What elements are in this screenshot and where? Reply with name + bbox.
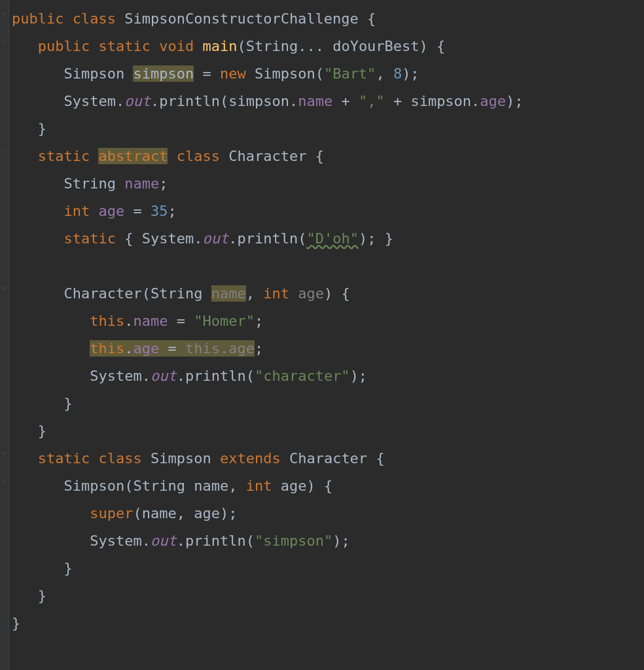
field-declaration: name — [124, 175, 159, 192]
dot: . — [194, 230, 202, 247]
method-call: println — [159, 93, 220, 109]
semicolon: ; — [255, 313, 263, 329]
field-access: age — [133, 340, 159, 357]
parameter: age — [281, 478, 307, 494]
comma: , — [228, 478, 246, 494]
string-literal: "Homer" — [194, 313, 255, 329]
dot: . — [289, 93, 298, 109]
code-line: System.out.println(simpson.name + "," + … — [12, 93, 524, 109]
operator: = — [124, 203, 151, 219]
semicolon: ; — [168, 203, 176, 219]
method-call: println — [185, 533, 246, 549]
dot: . — [124, 313, 133, 329]
type: String — [133, 478, 185, 494]
superclass-name: Character — [289, 450, 367, 467]
semicolon: ; — [159, 175, 168, 192]
operator: + — [332, 93, 359, 109]
dot: . — [142, 533, 151, 549]
paren: ( — [246, 368, 255, 384]
paren: ( — [315, 65, 324, 82]
keyword: static — [63, 230, 115, 247]
brace: { — [367, 10, 376, 27]
dot: . — [116, 93, 124, 109]
method-call: println — [237, 230, 298, 247]
paren: ); — [220, 505, 238, 521]
keyword: public static void — [38, 38, 194, 54]
dot: . — [220, 340, 228, 357]
keyword: class — [73, 10, 116, 27]
code-line: public class SimpsonConstructorChallenge… — [12, 10, 376, 27]
dot: . — [177, 368, 185, 384]
constructor-name: Simpson — [63, 478, 124, 494]
identifier: simpson — [410, 93, 471, 109]
brace: } — [63, 560, 72, 576]
editor-gutter — [0, 0, 9, 670]
code-line: } — [12, 395, 73, 412]
keyword: int — [263, 285, 289, 302]
paren: ); — [350, 368, 368, 384]
identifier: simpson — [228, 93, 289, 109]
keyword: super — [90, 505, 133, 521]
keyword: new — [220, 65, 246, 82]
varargs: ... — [298, 38, 324, 54]
dot: . — [177, 533, 185, 549]
argument: name — [142, 505, 177, 521]
comma: , — [376, 65, 393, 82]
blank-line — [12, 258, 20, 274]
code-line: Character(String name, int age) { — [12, 285, 350, 302]
dot: . — [151, 93, 159, 109]
code-line: this.age = this.age; — [12, 340, 263, 357]
field-access: name — [133, 313, 168, 329]
comma: , — [246, 285, 264, 302]
brace: } — [38, 423, 46, 439]
paren: ); — [402, 65, 420, 82]
paren: ) { — [306, 478, 332, 494]
type: Simpson — [63, 65, 124, 82]
field-declaration: age — [98, 203, 124, 219]
code-line: } — [12, 560, 73, 576]
paren: ( — [133, 505, 141, 521]
code-line: } — [12, 588, 46, 604]
brace: { — [315, 148, 324, 164]
type: String — [246, 38, 298, 54]
operator: = — [168, 313, 194, 329]
number-literal: 35 — [151, 203, 168, 219]
identifier: System — [63, 93, 115, 109]
static-field: out — [202, 230, 228, 247]
dot: . — [228, 230, 237, 247]
paren: ( — [124, 478, 133, 494]
paren: ); — [506, 93, 524, 109]
static-field: out — [151, 368, 177, 384]
string-literal: "character" — [255, 368, 350, 384]
operator: = — [194, 65, 220, 82]
static-field: out — [124, 93, 151, 109]
code-line: static abstract class Character { — [12, 148, 324, 164]
parameter: doYourBest — [332, 38, 419, 54]
keyword-highlighted: abstract — [98, 148, 168, 164]
code-line: static class Simpson extends Character { — [12, 450, 385, 467]
code-line: } — [12, 423, 46, 439]
operator: + — [385, 93, 411, 109]
keyword: public — [12, 10, 63, 27]
code-line: Simpson simpson = new Simpson("Bart", 8)… — [12, 65, 420, 82]
identifier: System — [90, 368, 141, 384]
keyword: int — [246, 478, 272, 494]
brace: } — [63, 395, 72, 412]
code-editor[interactable]: public class SimpsonConstructorChallenge… — [12, 5, 644, 637]
string-literal-warning: "D'oh" — [306, 230, 358, 247]
class-name: SimpsonConstructorChallenge — [124, 10, 359, 27]
code-line: System.out.println("character"); — [12, 368, 367, 384]
keyword: class — [98, 450, 141, 467]
number-literal: 8 — [393, 65, 402, 82]
paren: ) { — [420, 38, 446, 54]
paren: ); — [332, 533, 350, 549]
type: String — [151, 285, 202, 302]
method-call: println — [185, 368, 246, 384]
code-line: super(name, age); — [12, 505, 237, 521]
constructor-name: Character — [63, 285, 141, 302]
operator: = — [159, 340, 185, 357]
dot: . — [471, 93, 480, 109]
paren: ( — [246, 533, 255, 549]
code-line: int age = 35; — [12, 203, 177, 219]
code-line: } — [12, 120, 46, 137]
